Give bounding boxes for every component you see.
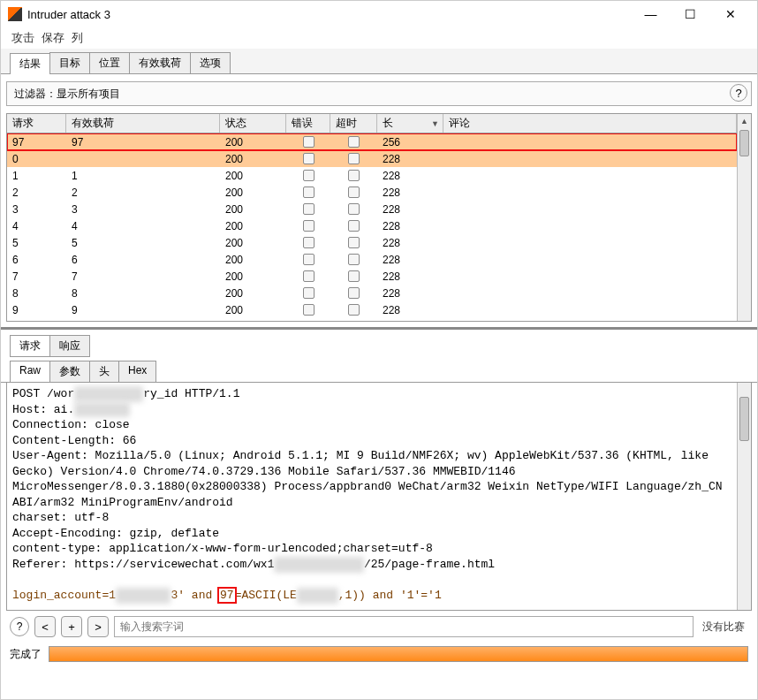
- rawtab-hex[interactable]: Hex: [118, 361, 156, 382]
- cell-status: 200: [220, 203, 286, 216]
- close-button[interactable]: ✕: [710, 2, 750, 27]
- table-row[interactable]: 33200228: [7, 201, 737, 217]
- subtab-response[interactable]: 响应: [49, 335, 90, 357]
- cell-request: 8: [7, 287, 66, 300]
- col-timeout[interactable]: 超时: [330, 114, 377, 133]
- table-row[interactable]: 11200228: [7, 167, 737, 184]
- tab-target[interactable]: 目标: [49, 52, 90, 73]
- cell-length: 228: [377, 237, 443, 249]
- next-match-button[interactable]: >: [87, 616, 109, 637]
- checkbox-icon: [348, 186, 360, 198]
- checkbox-icon: [348, 270, 360, 282]
- cell-request: 6: [7, 254, 66, 266]
- cell-payload: 9: [66, 304, 220, 316]
- checkbox-icon: [303, 203, 315, 215]
- cell-timeout: [330, 203, 377, 215]
- subtab-request[interactable]: 请求: [10, 335, 50, 357]
- cell-request: 2: [7, 186, 66, 199]
- help-icon[interactable]: ?: [730, 84, 747, 102]
- checkbox-icon: [348, 203, 360, 215]
- table-row[interactable]: 44200228: [7, 217, 737, 234]
- search-input[interactable]: [114, 616, 694, 637]
- filter-label: 过滤器：: [14, 87, 57, 102]
- scroll-up-icon[interactable]: ▲: [738, 114, 751, 128]
- tab-payloads[interactable]: 有效载荷: [129, 52, 191, 73]
- maximize-button[interactable]: ☐: [671, 2, 710, 27]
- cell-payload: 7: [66, 270, 220, 283]
- scroll-thumb[interactable]: [739, 130, 749, 156]
- cell-length: 228: [377, 220, 443, 232]
- col-length[interactable]: 长: [377, 114, 443, 133]
- table-row[interactable]: 22200228: [7, 184, 737, 201]
- cell-length: 228: [377, 203, 443, 216]
- tab-results[interactable]: 结果: [10, 53, 50, 74]
- table-row[interactable]: 77200228: [7, 268, 737, 285]
- cell-length: 228: [377, 186, 443, 199]
- table-row[interactable]: 9797200256: [7, 133, 737, 150]
- raw-request-view[interactable]: POST /worxxxxxxxxxxry_id HTTP/1.1 Host: …: [6, 383, 752, 611]
- checkbox-icon: [348, 153, 360, 164]
- status-done-label: 完成了: [10, 647, 42, 662]
- tab-positions[interactable]: 位置: [89, 52, 130, 73]
- main-tabs: 结果 目标 位置 有效载荷 选项: [1, 49, 757, 74]
- table-row[interactable]: 55200228: [7, 234, 737, 251]
- cell-request: 0: [7, 153, 66, 165]
- cell-timeout: [330, 170, 377, 181]
- cell-payload: 4: [66, 220, 220, 232]
- cell-error: [286, 304, 330, 316]
- checkbox-icon: [348, 304, 360, 316]
- raw-scrollbar[interactable]: [737, 383, 751, 610]
- checkbox-icon: [348, 237, 360, 248]
- col-status[interactable]: 状态: [220, 114, 286, 133]
- checkbox-icon: [303, 136, 315, 148]
- cell-length: 228: [377, 170, 443, 182]
- cell-timeout: [330, 287, 377, 299]
- cell-error: [286, 270, 330, 282]
- checkbox-icon: [303, 153, 315, 164]
- rawtab-params[interactable]: 参数: [49, 361, 90, 382]
- cell-error: [286, 136, 330, 148]
- table-row[interactable]: 99200228: [7, 301, 737, 318]
- cell-payload: 6: [66, 254, 220, 266]
- checkbox-icon: [348, 170, 360, 181]
- cell-status: 200: [220, 287, 286, 300]
- filter-bar[interactable]: 过滤器： 显示所有项目 ?: [6, 81, 752, 106]
- cell-payload: 5: [66, 237, 220, 249]
- cell-status: 200: [220, 254, 286, 266]
- cell-length: 228: [377, 270, 443, 283]
- cell-status: 200: [220, 304, 286, 316]
- table-row[interactable]: 66200228: [7, 251, 737, 268]
- col-request[interactable]: 请求: [7, 114, 66, 133]
- cell-status: 200: [220, 270, 286, 283]
- checkbox-icon: [303, 304, 315, 316]
- checkbox-icon: [303, 170, 315, 181]
- cell-payload: 8: [66, 287, 220, 300]
- add-button[interactable]: +: [61, 616, 82, 637]
- col-payload[interactable]: 有效载荷: [66, 114, 220, 133]
- prev-match-button[interactable]: <: [34, 616, 56, 637]
- results-table: 请求 有效载荷 状态 错误 超时 长 评论 979720025602002281…: [7, 114, 737, 321]
- checkbox-icon: [303, 186, 315, 198]
- cell-request: 97: [7, 136, 66, 148]
- rawtab-headers[interactable]: 头: [89, 361, 119, 382]
- checkbox-icon: [303, 287, 315, 299]
- col-error[interactable]: 错误: [286, 114, 330, 133]
- cell-length: 228: [377, 254, 443, 266]
- menu-attack[interactable]: 攻击: [11, 30, 34, 46]
- table-scrollbar[interactable]: ▲: [737, 114, 751, 321]
- tab-options[interactable]: 选项: [190, 52, 231, 73]
- checkbox-icon: [348, 220, 360, 232]
- cell-status: 200: [220, 220, 286, 232]
- table-row[interactable]: 0200228: [7, 150, 737, 167]
- rawtab-raw[interactable]: Raw: [10, 361, 50, 382]
- menu-columns[interactable]: 列: [72, 30, 83, 46]
- checkbox-icon: [303, 254, 315, 265]
- search-help-icon[interactable]: ?: [10, 617, 29, 636]
- minimize-button[interactable]: —: [631, 2, 671, 27]
- cell-length: 228: [377, 304, 443, 316]
- table-row[interactable]: 88200228: [7, 285, 737, 301]
- col-comment[interactable]: 评论: [443, 114, 737, 133]
- cell-status: 200: [220, 237, 286, 249]
- menu-save[interactable]: 保存: [42, 30, 64, 46]
- cell-timeout: [330, 153, 377, 164]
